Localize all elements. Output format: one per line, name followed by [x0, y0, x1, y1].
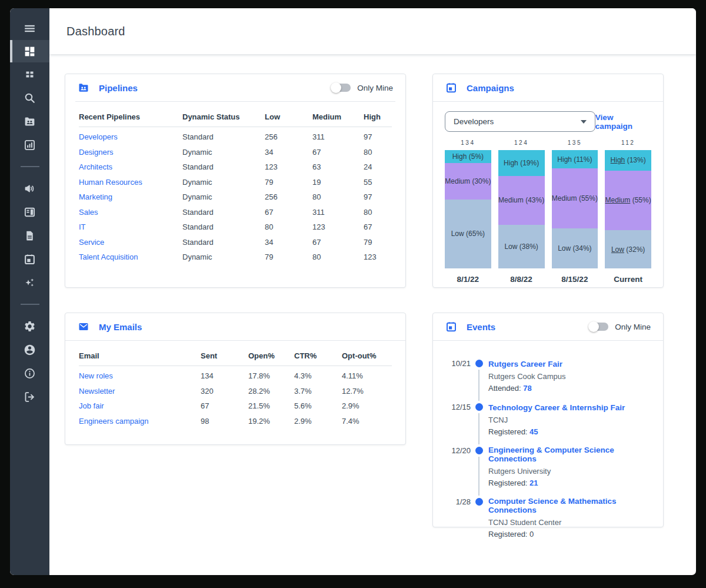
timeline-connector — [478, 370, 479, 401]
timeline-dot — [475, 360, 483, 367]
sidebar-item-menu[interactable] — [10, 16, 49, 40]
col-high: High — [364, 112, 392, 121]
email-link[interactable]: New roles — [79, 371, 113, 380]
toggle-switch[interactable] — [332, 84, 351, 92]
campaigns-title: Campaigns — [467, 83, 514, 93]
pipeline-medium: 80 — [312, 253, 364, 261]
sidebar-item-dashboard[interactable] — [10, 40, 49, 62]
event-stat-value[interactable]: 78 — [523, 384, 531, 393]
sidebar-item-megaphone[interactable] — [10, 177, 49, 200]
pipeline-high: 55 — [364, 178, 392, 187]
pipeline-link[interactable]: Sales — [79, 208, 98, 217]
sidebar-item-analytics[interactable] — [10, 133, 49, 157]
pipeline-status: Standard — [182, 208, 265, 217]
email-link[interactable]: Newsletter — [79, 387, 115, 396]
bar-segment-low: Low (32%) — [605, 230, 651, 268]
sidebar — [10, 8, 49, 575]
event-stat-value[interactable]: 45 — [530, 427, 538, 436]
pipeline-link[interactable]: Talent Acquisition — [79, 253, 138, 261]
toggle-switch[interactable] — [590, 323, 608, 331]
grid-icon — [25, 69, 35, 79]
sidebar-item-sparkles[interactable] — [10, 271, 49, 294]
email-ctr: 5.6% — [294, 401, 342, 410]
document-icon — [24, 230, 36, 242]
pipeline-link[interactable]: IT — [79, 222, 86, 231]
chevron-down-icon — [581, 120, 587, 124]
pipeline-link[interactable]: Human Resources — [79, 178, 142, 187]
sidebar-item-grid[interactable] — [10, 62, 49, 86]
sidebar-item-board[interactable] — [10, 200, 49, 224]
email-link[interactable]: Engineers campaign — [79, 417, 149, 426]
events-title: Events — [467, 322, 495, 332]
pipeline-row: ArchitectsStandard1236324 — [79, 160, 392, 175]
bar-segment-low: Low (38%) — [498, 225, 545, 268]
pipeline-medium: 311 — [312, 208, 364, 217]
sidebar-item-account[interactable] — [10, 338, 49, 361]
event-date: 12/15 — [446, 402, 471, 436]
pipelines-card: Pipelines Only Mine Recent Pipelines Dyn… — [65, 74, 406, 288]
event-item: 10/21Rutgers Career FairRutgers Cook Cam… — [446, 358, 649, 393]
analytics-icon — [24, 139, 36, 151]
event-stat-value[interactable]: 21 — [530, 479, 538, 487]
events-card: Events Only Mine 10/21Rutgers Career Fai… — [432, 313, 664, 527]
sidebar-item-search[interactable] — [10, 86, 49, 109]
email-link[interactable]: Job fair — [79, 401, 104, 410]
pipeline-high: 79 — [364, 238, 392, 247]
col-email: Email — [79, 351, 201, 360]
bar-stack: High (11%)Medium (55%)Low (34%) — [552, 150, 598, 268]
campaign-select[interactable]: Developers — [445, 111, 595, 132]
pipeline-link[interactable]: Marketing — [79, 192, 112, 201]
pipeline-low: 123 — [265, 162, 312, 171]
toggle-label: Only Mine — [615, 323, 651, 331]
email-row: New roles13417.8%4.3%4.11% — [79, 368, 392, 384]
bar-total: 134 — [445, 139, 491, 148]
bar-total: 112 — [605, 139, 651, 148]
pipeline-status: Standard — [182, 132, 265, 141]
event-item: 12/20Engineering & Computer Science Conn… — [446, 446, 649, 487]
events-only-mine-toggle[interactable]: Only Mine — [590, 323, 651, 331]
email-optout: 12.7% — [342, 387, 392, 396]
pipeline-high: 24 — [364, 162, 392, 171]
pipeline-link[interactable]: Architects — [79, 162, 112, 171]
pipeline-high: 80 — [364, 148, 392, 157]
event-venue: Rutgers University — [488, 467, 649, 476]
pipeline-status: Dynamic — [182, 178, 265, 187]
pipeline-high: 123 — [364, 253, 392, 261]
sidebar-item-logout[interactable] — [10, 385, 49, 408]
sidebar-item-calendar[interactable] — [10, 247, 49, 271]
pipeline-row: Talent AcquisitionDynamic7980123 — [79, 250, 392, 265]
campaign-stacked-bar-chart: 134High (5%)Medium (30%)Low (65%)8/1/221… — [445, 139, 651, 284]
campaign-bar-8-15-22: 135High (11%)Medium (55%)Low (34%)8/15/2… — [552, 139, 598, 284]
campaign-bar-8-1-22: 134High (5%)Medium (30%)Low (65%)8/1/22 — [445, 139, 491, 284]
event-title-link[interactable]: Rutgers Career Fair — [488, 360, 562, 368]
bar-segment-medium: Medium (55%) — [552, 168, 598, 228]
pipeline-status: Standard — [182, 238, 265, 247]
pipeline-link[interactable]: Developers — [79, 132, 118, 141]
event-title-link[interactable]: Computer Science & Mathematics Connectio… — [488, 497, 649, 514]
sidebar-item-document[interactable] — [10, 224, 49, 247]
email-row: Engineers campaign9819.2%2.9%7.4% — [79, 414, 392, 429]
pipeline-medium: 67 — [312, 238, 364, 247]
email-sent: 98 — [201, 417, 248, 426]
sidebar-item-settings[interactable] — [10, 314, 49, 338]
email-sent: 320 — [201, 387, 248, 396]
pipeline-medium: 19 — [312, 178, 364, 187]
sidebar-item-candidates-folder[interactable] — [10, 109, 49, 133]
email-ctr: 3.7% — [294, 387, 342, 396]
event-venue: Rutgers Cook Campus — [488, 372, 649, 381]
pipeline-low: 256 — [265, 192, 312, 201]
event-title-link[interactable]: Engineering & Computer Science Connectio… — [488, 446, 649, 463]
pipeline-row: DevelopersStandard25631197 — [79, 129, 392, 145]
event-title-link[interactable]: Technology Career & Internship Fair — [488, 403, 625, 412]
pipelines-only-mine-toggle[interactable]: Only Mine — [332, 84, 393, 92]
sidebar-item-info[interactable] — [10, 361, 49, 385]
bar-segment-high: High (13%) — [605, 150, 651, 171]
events-timeline: 10/21Rutgers Career FairRutgers Cook Cam… — [433, 341, 663, 539]
view-campaign-link[interactable]: View campaign — [595, 113, 651, 131]
pipeline-medium: 67 — [312, 148, 364, 157]
pipeline-high: 97 — [364, 132, 392, 141]
pipeline-link[interactable]: Service — [79, 238, 104, 247]
pipeline-link[interactable]: Designers — [79, 148, 114, 157]
email-sent: 67 — [201, 401, 248, 410]
pipeline-status: Dynamic — [182, 192, 265, 201]
